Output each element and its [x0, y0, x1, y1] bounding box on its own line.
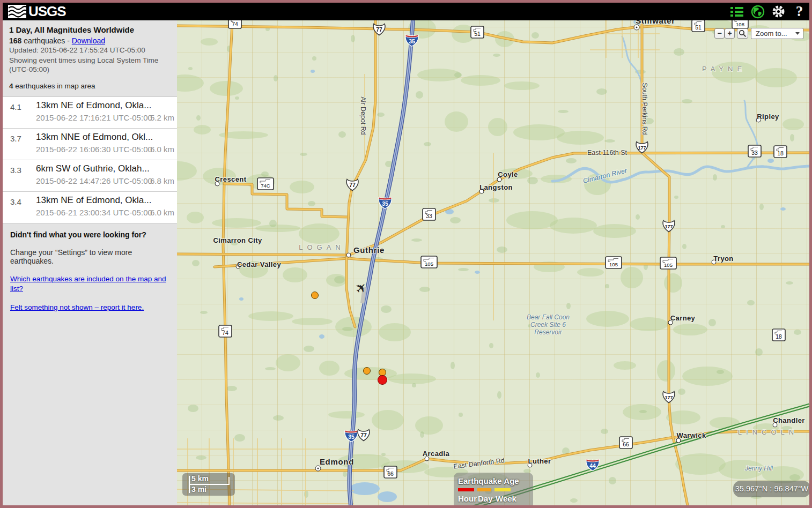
route-shield-177: 177 [661, 390, 676, 406]
earthquake-list: 4.113km NE of Edmond, Okla...2015-06-22 … [3, 96, 177, 223]
cursor-coordinates: 35.967°N : 96.847°W [733, 481, 809, 497]
earthquake-list-item[interactable]: 3.713km NNE of Edmond, Okl...2015-06-22 … [3, 129, 177, 160]
earthquake-marker[interactable] [311, 292, 319, 299]
svg-text:108: 108 [736, 21, 744, 27]
route-shield-105: 105 [605, 256, 622, 271]
town-label: Edmond [320, 457, 354, 466]
logo-text: USGS [28, 3, 66, 20]
earthquake-list-item[interactable]: 3.36km SW of Guthrie, Oklah...2015-06-22… [3, 160, 177, 192]
stillwater-creek [622, 36, 644, 90]
list-icon[interactable] [727, 3, 747, 20]
route-shield-35: 35 [404, 33, 420, 49]
event-time: 2015-06-22 14:47:26 UTC-05:00 [36, 176, 152, 185]
event-time-row: 2015-06-22 17:16:21 UTC-05:005.2 km [36, 113, 175, 124]
town-label: Langston [479, 183, 513, 191]
route-shield-35: 35 [377, 195, 393, 212]
svg-text:33: 33 [426, 213, 432, 219]
event-magnitude: 4.1 [10, 102, 21, 111]
town-label: Arcadia [423, 450, 450, 458]
route-shield-44: 44 [585, 457, 601, 474]
route-shield-74: 74 [218, 325, 232, 340]
feed-count: 168 [9, 36, 21, 45]
route-shield-105: 105 [420, 256, 438, 271]
earthquake-list-item[interactable]: 3.413km NE of Edmond, Okla...2015-06-21 … [3, 192, 177, 223]
route-shield-74: 74 [228, 20, 242, 31]
legend-label: Day [478, 494, 492, 503]
svg-text:51: 51 [695, 24, 702, 31]
map-text-label: Bear Fall Coon [527, 313, 570, 321]
settings-icon[interactable] [769, 3, 788, 20]
svg-text:18: 18 [776, 333, 782, 340]
route-shield-77: 77 [345, 178, 360, 194]
town-label: Chandler [773, 416, 805, 424]
svg-text:105: 105 [425, 261, 433, 267]
map-text-label: South Perkins Rd [641, 83, 648, 135]
svg-text:51: 51 [474, 31, 481, 37]
svg-text:77: 77 [349, 182, 356, 188]
svg-text:77: 77 [360, 432, 367, 438]
town-label: Ripley [757, 113, 779, 121]
earthquake-list-item[interactable]: 4.113km NE of Edmond, Okla...2015-06-22 … [3, 97, 177, 129]
magnifier-button[interactable] [737, 28, 748, 39]
legend-labels: HourDayWeek [458, 494, 529, 503]
zoom-out-button[interactable]: − [714, 28, 725, 39]
top-bar: USGS [3, 3, 809, 20]
event-depth: 6.8 km [150, 176, 174, 185]
svg-text:44: 44 [589, 462, 596, 469]
town-label: Luther [528, 457, 551, 465]
route-shield-51: 51 [470, 26, 484, 41]
event-time-row: 2015-06-21 23:00:34 UTC-05:006.0 km [36, 208, 175, 219]
chevron-down-icon [795, 32, 800, 35]
town-label: Cedar Valley [237, 260, 281, 268]
sidebar-header: 1 Day, All Magnitudes Worldwide 168 eart… [3, 20, 177, 96]
report-felt-link[interactable]: Felt something not shown – report it her… [10, 303, 169, 312]
svg-text:105: 105 [664, 262, 673, 268]
svg-text:66: 66 [623, 441, 629, 447]
usgs-wave-icon [8, 5, 26, 18]
event-time-row: 2015-06-22 16:06:30 UTC-05:006.0 km [36, 145, 175, 155]
svg-text:33: 33 [751, 150, 758, 156]
top-bar-icons: ? [726, 3, 809, 20]
event-magnitude: 3.4 [10, 197, 21, 206]
map-canvas[interactable]: StillwaterGuthrieEdmondCrescentCimarron … [177, 20, 809, 505]
zoom-to-dropdown[interactable]: Zoom to... [751, 28, 803, 39]
county-label: LOGAN [299, 243, 345, 251]
download-link[interactable]: Download [72, 36, 105, 45]
globe-icon[interactable] [748, 3, 767, 20]
zoom-in-button[interactable]: + [725, 28, 735, 39]
legend-color-hour [458, 488, 474, 491]
route-shield-177: 177 [661, 219, 676, 235]
route-shield-51: 51 [691, 20, 705, 34]
route-shield-66: 66 [619, 436, 633, 451]
legend-label: Week [496, 494, 512, 503]
event-depth: 6.0 km [150, 208, 174, 217]
scale-mi: 3 mi [191, 485, 206, 494]
usgs-logo[interactable]: USGS [8, 3, 66, 20]
help-icon[interactable]: ? [789, 3, 809, 20]
town-label: Cimarron City [213, 236, 262, 244]
footer-body: Change your “Settings” to view more eart… [10, 248, 169, 265]
sidebar-footer: Didn't find what you were looking for? C… [3, 223, 177, 320]
feed-count-line: 168 earthquakes - Download [9, 36, 171, 45]
map-text-label: East 116th St [587, 149, 627, 156]
legend-title: Earthquake Age [458, 476, 529, 485]
route-shield-33: 33 [422, 208, 436, 223]
legend-label: Hour [458, 494, 474, 503]
event-time: 2015-06-22 16:06:30 UTC-05:00 [36, 145, 152, 154]
route-shield-66: 66 [383, 466, 397, 481]
earthquake-marker[interactable] [378, 375, 387, 385]
earthquake-age-legend: Earthquake Age HourDayWeek [454, 473, 533, 505]
route-shield-77: 77 [356, 428, 371, 444]
updated-text: Updated: 2015-06-22 17:55:24 UTC-05:00 [9, 46, 171, 55]
usgs-earthquakes-app: USGS [0, 0, 812, 508]
city-marker [315, 466, 321, 472]
county-label: PAYNE [702, 65, 746, 73]
earthquake-marker[interactable] [363, 367, 371, 375]
town-label: Stillwater [636, 20, 675, 25]
map-text-label: Creek Site 6 [530, 321, 566, 328]
timezone-note: Showing event times using Local System T… [9, 56, 171, 74]
event-magnitude: 3.3 [10, 166, 21, 175]
svg-text:66: 66 [387, 470, 394, 477]
footer-heading: Didn't find what you were looking for? [10, 230, 169, 239]
included-earthquakes-link[interactable]: Which earthquakes are included on the ma… [10, 274, 169, 294]
